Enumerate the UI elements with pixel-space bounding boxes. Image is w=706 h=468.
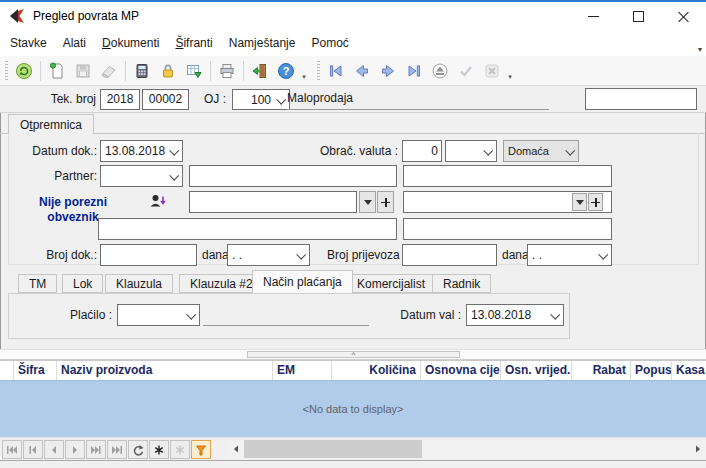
address2-field[interactable] — [403, 218, 612, 240]
exit-button[interactable] — [248, 59, 272, 83]
horizontal-scrollbar[interactable] — [228, 440, 706, 458]
print-button[interactable] — [215, 59, 239, 83]
minimize-button[interactable] — [571, 2, 616, 30]
valuta-combo[interactable] — [445, 140, 497, 162]
prior-page-button[interactable] — [23, 440, 43, 459]
lock-button[interactable] — [156, 59, 180, 83]
grid-splitter[interactable]: ^ — [0, 349, 706, 360]
address1-field[interactable] — [98, 218, 397, 240]
toolbar-options-icon[interactable]: ▾ — [505, 73, 515, 85]
year-field[interactable]: 2018 — [100, 89, 140, 110]
person-link-icon[interactable] — [149, 193, 167, 211]
first-page-icon — [6, 444, 18, 456]
grid-col-kasa[interactable]: Kasa — [672, 361, 706, 380]
tab-tm[interactable]: TM — [18, 274, 57, 293]
menu-dokumenti[interactable]: Dokumenti — [94, 33, 167, 53]
grid-col-sifra[interactable]: Šifra — [14, 361, 57, 380]
datum-val-combo[interactable]: 13.08.2018 — [466, 304, 564, 326]
last-record-icon — [405, 62, 423, 80]
post-edit-button[interactable] — [428, 59, 452, 83]
refresh-rows-button[interactable] — [128, 440, 148, 459]
grid-navigator — [0, 437, 706, 460]
partner-name-field[interactable] — [189, 165, 397, 187]
grid-col-osn-vrijed[interactable]: Osn. vrijed. — [501, 361, 572, 380]
scrollbar-thumb[interactable] — [244, 440, 422, 458]
last-page-button[interactable] — [107, 440, 127, 459]
tab-komercijalist[interactable]: Komercijalist — [346, 274, 436, 293]
filter-button[interactable] — [191, 440, 211, 459]
tab-otpremnica[interactable]: Otpremnica — [8, 114, 94, 135]
tab-radnik[interactable]: Radnik — [432, 274, 491, 293]
cancel-button[interactable] — [480, 59, 504, 83]
last-record-button[interactable] — [402, 59, 426, 83]
menu-overflow-icon[interactable]: ▾ — [698, 45, 702, 56]
doc-number-field[interactable]: 00002 — [142, 89, 189, 110]
new-document-button[interactable] — [45, 59, 69, 83]
tab-klauzula[interactable]: Klauzula — [105, 274, 173, 293]
datum-val-label: Datum val : — [389, 308, 461, 322]
partner-name2-field[interactable] — [403, 165, 612, 187]
partner-combo[interactable] — [100, 165, 183, 187]
toolbar-grip[interactable] — [317, 61, 320, 81]
tab-klauzula-2[interactable]: Klauzula #2 — [179, 274, 264, 293]
menubar: Stavke Alati Dokumenti Šifranti Namješta… — [0, 30, 706, 56]
next-button[interactable] — [65, 440, 85, 459]
header-right-field[interactable] — [585, 88, 697, 110]
first-record-button[interactable] — [324, 59, 348, 83]
lookup1-add-button[interactable] — [377, 191, 394, 213]
lookup2-add-button[interactable] — [588, 193, 603, 211]
next-page-button[interactable] — [86, 440, 106, 459]
erase-button[interactable] — [97, 59, 121, 83]
lookup1-field[interactable] — [189, 191, 357, 213]
insert-row-button[interactable] — [149, 440, 169, 459]
maximize-icon — [633, 11, 644, 22]
grid-col-rabat[interactable]: Rabat — [572, 361, 631, 380]
grid-col-osnovna-cijena[interactable]: Osnovna cije — [421, 361, 501, 380]
dana-label: dana — [502, 248, 528, 262]
help-button[interactable]: ? — [274, 59, 298, 83]
scroll-left-arrow[interactable] — [228, 440, 244, 458]
filter-icon — [195, 444, 207, 456]
calculator-button[interactable] — [130, 59, 154, 83]
prior-page-icon — [27, 444, 39, 456]
splitter-handle[interactable]: ^ — [247, 351, 460, 358]
grid-col-naziv[interactable]: Naziv proizvoda — [57, 361, 273, 380]
confirm-button[interactable] — [454, 59, 478, 83]
menu-stavke[interactable]: Stavke — [2, 33, 55, 53]
broj-prijevoza-field[interactable] — [402, 244, 497, 266]
tab-lok[interactable]: Lok — [62, 274, 103, 293]
nabava-combo[interactable]: Domaća nabava — [503, 140, 579, 162]
prior-record-button[interactable] — [350, 59, 374, 83]
dana2-date-combo[interactable]: . . — [527, 244, 612, 266]
grid-col-em[interactable]: EM — [273, 361, 332, 380]
refresh-button[interactable] — [12, 59, 36, 83]
oj-combo[interactable]: 100 — [232, 89, 290, 110]
lookup2-dropdown-button[interactable] — [572, 193, 587, 211]
close-button[interactable] — [661, 2, 706, 30]
next-record-button[interactable] — [376, 59, 400, 83]
menu-alati[interactable]: Alati — [55, 33, 94, 53]
menu-sifranti[interactable]: Šifranti — [167, 33, 220, 53]
append-row-button[interactable] — [170, 440, 190, 459]
menu-namjestanje[interactable]: Namještanje — [221, 33, 304, 53]
grid-col-popus[interactable]: Popus — [631, 361, 672, 380]
toolbar-grip[interactable] — [5, 61, 8, 81]
tab-nacin-placanja[interactable]: Način plaćanja — [252, 270, 353, 293]
export-table-button[interactable] — [182, 59, 206, 83]
toolbar-options-icon[interactable]: ▾ — [299, 73, 309, 85]
scroll-right-arrow[interactable] — [690, 440, 706, 458]
lookup1-dropdown-button[interactable] — [359, 191, 376, 213]
prior-button[interactable] — [44, 440, 64, 459]
grid-empty-text: <No data to display> — [0, 403, 706, 415]
tek-broj-label: Tek. broj — [30, 92, 96, 106]
grid-col-kolicina[interactable]: Količina — [332, 361, 421, 380]
dana-date-combo[interactable]: . . — [227, 244, 310, 266]
obrac-valuta-field[interactable]: 0 — [402, 140, 442, 162]
placilo-combo[interactable] — [117, 304, 200, 326]
first-page-button[interactable] — [2, 440, 22, 459]
save-button[interactable] — [71, 59, 95, 83]
menu-pomoc[interactable]: Pomoć — [303, 33, 356, 53]
broj-dok-field[interactable] — [100, 244, 197, 266]
datum-dok-combo[interactable]: 13.08.2018 — [100, 140, 183, 162]
maximize-button[interactable] — [616, 2, 661, 30]
